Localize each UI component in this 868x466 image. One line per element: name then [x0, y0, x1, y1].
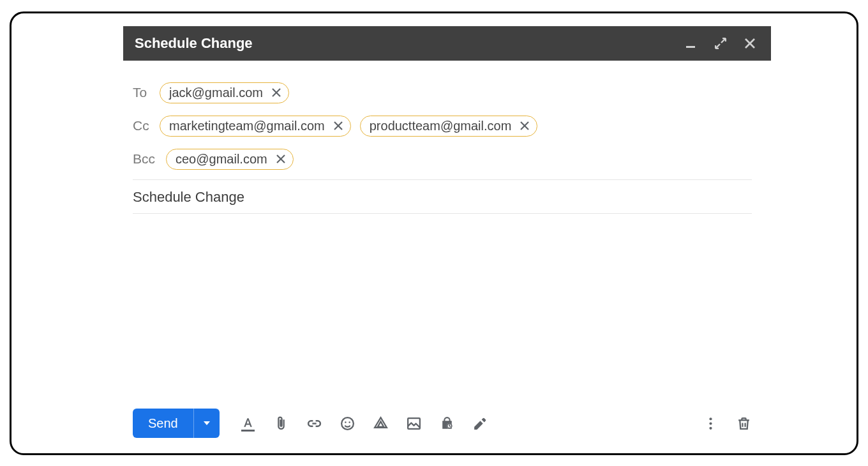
compose-fields: To jack@gmail.com Cc marketingteam@gmail…: [133, 76, 752, 214]
bcc-chips: ceo@gmail.com: [166, 149, 294, 170]
send-options-button[interactable]: [194, 409, 220, 438]
to-chips: jack@gmail.com: [160, 82, 289, 103]
chip-remove-icon[interactable]: [274, 152, 288, 166]
bcc-label: Bcc: [133, 151, 166, 167]
insert-link-icon[interactable]: [306, 415, 323, 432]
send-group: Send: [133, 409, 220, 438]
compose-window: Schedule Change To jac: [10, 11, 858, 455]
svg-point-14: [349, 421, 351, 423]
svg-marker-11: [204, 421, 210, 425]
bcc-row[interactable]: Bcc ceo@gmail.com: [133, 142, 752, 176]
chip-remove-icon[interactable]: [518, 119, 532, 133]
svg-point-13: [345, 421, 347, 423]
svg-point-20: [709, 417, 712, 420]
insert-photo-icon[interactable]: [406, 415, 423, 432]
header-actions: [684, 36, 757, 50]
send-button[interactable]: Send: [133, 409, 194, 438]
cc-row[interactable]: Cc marketingteam@gmail.com productteam@g…: [133, 109, 752, 142]
attach-file-icon[interactable]: [273, 415, 290, 432]
recipient-chip[interactable]: ceo@gmail.com: [166, 149, 294, 170]
cc-chips: marketingteam@gmail.com productteam@gmai…: [160, 116, 537, 137]
discard-draft-icon[interactable]: [735, 415, 752, 432]
cc-label: Cc: [133, 118, 160, 133]
chip-email: ceo@gmail.com: [176, 152, 267, 167]
svg-point-12: [341, 417, 354, 430]
close-icon[interactable]: [743, 36, 757, 50]
formatting-icons: [240, 415, 489, 432]
insert-signature-icon[interactable]: [472, 415, 489, 432]
recipient-chip[interactable]: productteam@gmail.com: [360, 116, 538, 137]
svg-point-21: [709, 422, 712, 425]
svg-point-22: [709, 426, 712, 429]
format-text-icon[interactable]: [240, 415, 257, 432]
subject-input[interactable]: Schedule Change: [133, 180, 752, 214]
to-row[interactable]: To jack@gmail.com: [133, 76, 752, 109]
chip-remove-icon[interactable]: [331, 119, 345, 133]
compose-toolbar: Send: [133, 409, 752, 438]
chip-email: jack@gmail.com: [169, 86, 263, 100]
more-options-icon[interactable]: [702, 415, 719, 432]
chip-email: marketingteam@gmail.com: [169, 119, 325, 133]
to-label: To: [133, 85, 160, 100]
minimize-icon[interactable]: [684, 36, 698, 50]
compose-header: Schedule Change: [123, 26, 771, 61]
expand-icon[interactable]: [714, 36, 728, 50]
toolbar-right: [702, 415, 752, 432]
insert-emoji-icon[interactable]: [340, 415, 356, 432]
recipient-chip[interactable]: jack@gmail.com: [160, 82, 289, 103]
svg-rect-0: [686, 46, 695, 48]
insert-drive-icon[interactable]: [373, 415, 389, 432]
recipient-chip[interactable]: marketingteam@gmail.com: [160, 116, 351, 137]
chip-email: productteam@gmail.com: [370, 119, 512, 133]
confidential-mode-icon[interactable]: [439, 415, 456, 432]
chip-remove-icon[interactable]: [269, 86, 283, 100]
compose-title: Schedule Change: [135, 35, 684, 52]
